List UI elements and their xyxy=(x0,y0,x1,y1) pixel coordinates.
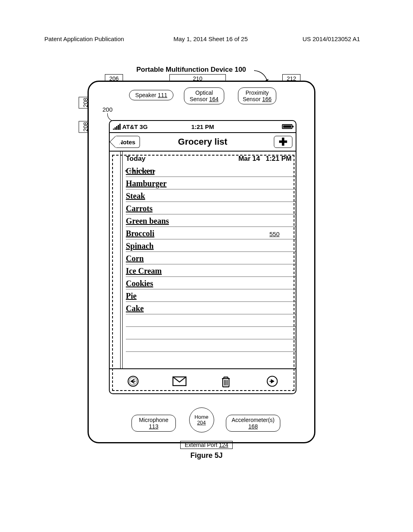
note-text: Steak xyxy=(126,191,145,201)
note-text: Carrots xyxy=(126,204,152,213)
microphone-pill: Microphone 113 xyxy=(131,415,176,432)
note-line[interactable]: Ice Cream xyxy=(126,264,296,277)
prev-button[interactable] xyxy=(126,374,140,389)
margin-line-1 xyxy=(120,152,121,369)
device-title: Portable Multifunction Device 100 xyxy=(136,66,246,74)
note-text: Cookies xyxy=(126,279,153,288)
ref-550: 550 xyxy=(269,231,280,237)
note-text: Broccoli xyxy=(126,229,154,238)
note-line[interactable]: Chicken xyxy=(126,164,296,177)
note-lines: ChickenHamburgerSteakCarrotsGreen beansB… xyxy=(110,164,296,352)
speaker-pill: Speaker 111 xyxy=(129,90,173,100)
note-text: Cake xyxy=(126,304,144,313)
trash-icon xyxy=(221,375,231,388)
note-line[interactable]: Pie xyxy=(126,289,296,302)
note-header: Today Mar 14 1:21 PM xyxy=(110,152,296,164)
next-button[interactable] xyxy=(265,374,280,389)
signal-icon xyxy=(113,124,121,130)
note-today: Today xyxy=(126,155,146,163)
battery-icon xyxy=(282,124,292,129)
note-line[interactable]: Hamburger xyxy=(126,177,296,189)
microphone-num: 113 xyxy=(149,423,158,430)
optical-sensor-pill: OpticalSensor 164 xyxy=(184,87,224,104)
note-text: Pie xyxy=(126,291,137,301)
speaker-label: Speaker xyxy=(135,92,156,98)
note-line[interactable]: Corn xyxy=(126,252,296,264)
note-line[interactable]: Broccoli550 xyxy=(126,227,296,239)
note-text: Corn xyxy=(126,254,144,263)
header-left: Patent Application Publication xyxy=(44,35,124,42)
note-text: Ice Cream xyxy=(126,266,162,276)
delete-button[interactable] xyxy=(219,374,233,389)
arrow-right-circle-icon xyxy=(266,375,278,387)
note-date: Mar 14 xyxy=(238,155,260,163)
ref-200: 200 xyxy=(102,106,113,113)
status-bar: AT&T 3G 1:21 PM xyxy=(110,121,296,133)
microphone-label: Microphone xyxy=(134,417,173,423)
header-center: May 1, 2014 Sheet 16 of 25 xyxy=(173,35,248,42)
speaker-num: 111 xyxy=(158,92,167,98)
home-num: 204 xyxy=(190,420,214,426)
note-line[interactable]: Steak xyxy=(126,189,296,202)
accelerometer-pill: Accelerometer(s) 168 xyxy=(226,415,280,432)
note-line[interactable]: Carrots xyxy=(126,202,296,214)
back-button[interactable]: Notes xyxy=(116,136,140,148)
ext-port-label: External Port xyxy=(185,442,217,448)
note-time: 1:21 PM xyxy=(266,155,292,163)
carrier-label: AT&T 3G xyxy=(122,123,148,130)
note-line[interactable] xyxy=(126,327,296,339)
note-line[interactable]: Spinach xyxy=(126,239,296,252)
device-body: Speaker 111 OpticalSensor 164 ProximityS… xyxy=(88,81,315,443)
back-label: Notes xyxy=(119,139,136,145)
note-text: Hamburger xyxy=(126,179,167,188)
margin-line-2 xyxy=(122,152,123,369)
note-line[interactable] xyxy=(126,339,296,352)
note-text: Chicken xyxy=(126,166,154,176)
proximity-sensor-pill: ProximitySensor 166 xyxy=(238,87,276,104)
note-line[interactable]: Cookies xyxy=(126,277,296,289)
note-line[interactable] xyxy=(126,314,296,327)
note-line[interactable]: Cake xyxy=(126,302,296,314)
accel-label: Accelerometer(s) xyxy=(229,417,277,423)
bottom-hardware-row: Microphone 113 Home 204 Accelerometer(s)… xyxy=(89,408,314,436)
note-text: Green beans xyxy=(126,216,169,226)
note-text: Spinach xyxy=(126,241,154,251)
note-area[interactable]: Today Mar 14 1:21 PM ChickenHamburgerSte… xyxy=(110,152,296,369)
add-button[interactable]: ✚ xyxy=(274,136,292,148)
nav-bar: Notes Grocery list ✚ xyxy=(110,133,296,152)
mail-button[interactable] xyxy=(172,374,187,389)
home-button[interactable]: Home 204 xyxy=(189,407,214,432)
figure-caption: Figure 5J xyxy=(0,451,413,460)
header-right: US 2014/0123052 A1 xyxy=(302,35,360,42)
ext-port-num: 124 xyxy=(219,442,228,448)
home-label: Home xyxy=(190,414,214,420)
arrow-left-circle-icon xyxy=(127,375,139,387)
touchscreen[interactable]: AT&T 3G 1:21 PM Notes Grocery list ✚ Tod… xyxy=(109,120,296,394)
accel-num: 168 xyxy=(248,423,258,430)
external-port-tab: External Port 124 xyxy=(180,441,233,449)
mail-icon xyxy=(172,376,187,387)
note-line[interactable]: Green beans xyxy=(126,214,296,227)
note-toolbar xyxy=(110,368,296,393)
